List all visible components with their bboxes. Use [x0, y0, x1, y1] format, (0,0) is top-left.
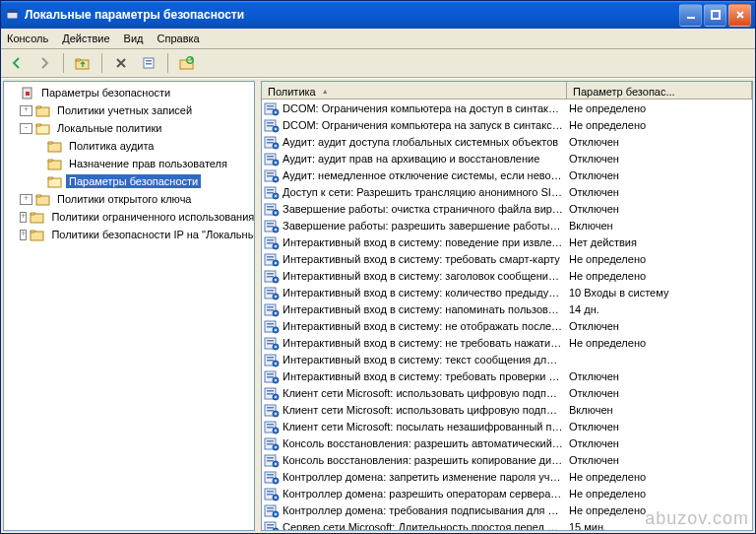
close-button[interactable]	[728, 4, 751, 27]
policy-item-icon	[264, 268, 280, 284]
tree-pane[interactable]: Параметры безопасности + Политики учетны…	[3, 81, 255, 531]
delete-button[interactable]	[109, 51, 133, 75]
policy-item-icon	[264, 151, 280, 167]
policy-name: Аудит: аудит доступа глобальных системны…	[283, 136, 558, 148]
list-row[interactable]: Аудит: аудит доступа глобальных системны…	[262, 133, 752, 150]
list-row[interactable]: Консоль восстановления: разрешить копиро…	[262, 451, 752, 468]
folder-icon	[30, 210, 45, 224]
svg-rect-37	[267, 159, 274, 161]
tree-node-local-policies[interactable]: - Локальные политики	[6, 119, 254, 137]
policy-name: Интерактивный вход в систему: не отображ…	[283, 320, 563, 332]
svg-point-39	[275, 162, 277, 164]
list-row[interactable]: Аудит: немедленное отключение системы, е…	[262, 167, 752, 183]
svg-rect-106	[267, 390, 274, 392]
policy-item-icon	[264, 318, 280, 334]
client-area: Параметры безопасности + Политики учетны…	[1, 78, 755, 533]
policy-item-icon	[264, 402, 280, 418]
list-row[interactable]: Интерактивный вход в систему: не отображ…	[262, 317, 752, 334]
list-body[interactable]: DCOM: Ограничения компьютера на доступ в…	[262, 100, 752, 530]
list-row[interactable]: DCOM: Ограничения компьютера на запуск в…	[262, 116, 752, 133]
svg-rect-57	[267, 226, 274, 228]
column-policy[interactable]: Политика ▲	[262, 82, 567, 99]
up-folder-button[interactable]	[71, 51, 94, 75]
list-row[interactable]: Аудит: аудит прав на архивацию и восстан…	[262, 150, 752, 167]
maximize-button[interactable]	[704, 4, 726, 27]
column-setting[interactable]: Параметр безопас...	[567, 82, 752, 99]
svg-rect-26	[267, 122, 274, 124]
policy-item-icon	[264, 385, 280, 401]
tree-node-user-rights[interactable]: Назначение прав пользователя	[6, 155, 254, 172]
svg-point-99	[275, 363, 277, 365]
policy-name: Консоль восстановления: разрешить копиро…	[283, 454, 563, 466]
svg-rect-96	[267, 357, 274, 359]
svg-rect-42	[267, 175, 274, 177]
svg-rect-81	[267, 306, 274, 308]
policy-name: Завершение работы: очистка страничного ф…	[283, 203, 563, 215]
forward-button[interactable]	[32, 51, 56, 75]
list-row[interactable]: Контроллер домена: требования подписыван…	[262, 501, 752, 518]
tree-node-audit-policy[interactable]: Политика аудита	[6, 137, 254, 155]
expander-icon[interactable]: +	[20, 230, 27, 240]
list-row[interactable]: Клиент сети Microsoft: посылать незашифр…	[262, 418, 752, 434]
list-row[interactable]: Интерактивный вход в систему: количество…	[262, 284, 752, 300]
titlebar[interactable]: Локальные параметры безопасности	[1, 1, 755, 29]
list-row[interactable]: Интерактивный вход в систему: не требова…	[262, 334, 752, 351]
folder-open-icon	[47, 174, 63, 188]
list-row[interactable]: Завершение работы: очистка страничного ф…	[262, 200, 752, 217]
toolbar-separator	[63, 53, 64, 73]
menu-action[interactable]: Действие	[62, 33, 109, 44]
list-row[interactable]: Интерактивный вход в систему: заголовок …	[262, 267, 752, 284]
policy-setting: Отключен	[567, 203, 752, 215]
expander-icon[interactable]: +	[20, 212, 27, 223]
sort-indicator-icon: ▲	[322, 88, 329, 95]
list-row[interactable]: Интерактивный вход в систему: напоминать…	[262, 300, 752, 317]
expander-icon[interactable]: +	[20, 105, 32, 116]
minimize-button[interactable]	[679, 4, 702, 27]
list-row[interactable]: DCOM: Ограничения компьютера на доступ в…	[262, 100, 752, 116]
tree-root[interactable]: Параметры безопасности	[6, 84, 254, 101]
svg-rect-131	[267, 474, 274, 476]
list-row[interactable]: Интерактивный вход в систему: поведение …	[262, 234, 752, 250]
list-row[interactable]: Контроллер домена: запретить изменение п…	[262, 468, 752, 485]
back-button[interactable]	[5, 51, 29, 75]
list-row[interactable]: Интерактивный вход в систему: текст сооб…	[262, 351, 752, 367]
tree-node-account-policies[interactable]: + Политики учетных записей	[6, 101, 254, 119]
menu-help[interactable]: Справка	[158, 33, 200, 44]
list-row[interactable]: Интерактивный вход в систему: требовать …	[262, 250, 752, 267]
refresh-button[interactable]	[175, 51, 199, 75]
policy-name: Контроллер домена: разрешить операторам …	[283, 488, 563, 500]
list-row[interactable]: Сервер сети Microsoft: Длительность прос…	[262, 518, 752, 530]
svg-rect-3	[712, 11, 720, 19]
policy-name: Клиент сети Microsoft: использовать цифр…	[283, 404, 563, 416]
svg-rect-122	[267, 443, 274, 445]
svg-point-124	[275, 446, 277, 448]
menu-view[interactable]: Вид	[124, 33, 144, 44]
tree-node-ipsec-policies[interactable]: + Политики безопасности IP на "Локальный…	[6, 226, 254, 243]
toolbar	[1, 49, 755, 78]
list-row[interactable]: Интерактивный вход в систему: требовать …	[262, 367, 752, 384]
svg-rect-121	[267, 440, 274, 442]
list-row[interactable]: Консоль восстановления: разрешить автома…	[262, 434, 752, 451]
expander-icon[interactable]: +	[20, 194, 32, 205]
tree-node-security-options[interactable]: Параметры безопасности	[6, 172, 254, 190]
svg-point-114	[275, 413, 277, 415]
svg-rect-137	[267, 494, 274, 496]
expander-icon[interactable]: -	[20, 123, 32, 134]
list-row[interactable]: Контроллер домена: разрешить операторам …	[262, 485, 752, 501]
menu-console[interactable]: Консоль	[7, 33, 48, 44]
policy-item-icon	[264, 419, 280, 434]
svg-rect-126	[267, 457, 274, 459]
tree-node-pubkey-policies[interactable]: + Политики открытого ключа	[6, 190, 254, 208]
tree-label: Локальные политики	[54, 121, 164, 135]
list-row[interactable]: Клиент сети Microsoft: использовать цифр…	[262, 384, 752, 401]
properties-button[interactable]	[137, 51, 160, 75]
list-row[interactable]: Доступ к сети: Разрешить трансляцию анон…	[262, 183, 752, 200]
list-row[interactable]: Клиент сети Microsoft: использовать цифр…	[262, 401, 752, 418]
svg-rect-7	[146, 63, 152, 65]
tree-node-software-restriction[interactable]: + Политики ограниченного использования п…	[6, 208, 254, 226]
policy-setting: Отключен	[567, 169, 752, 181]
splitter[interactable]	[256, 79, 260, 533]
list-row[interactable]: Завершение работы: разрешить завершение …	[262, 217, 752, 234]
policy-name: Аудит: немедленное отключение системы, е…	[283, 169, 563, 181]
policy-item-icon	[264, 435, 280, 451]
